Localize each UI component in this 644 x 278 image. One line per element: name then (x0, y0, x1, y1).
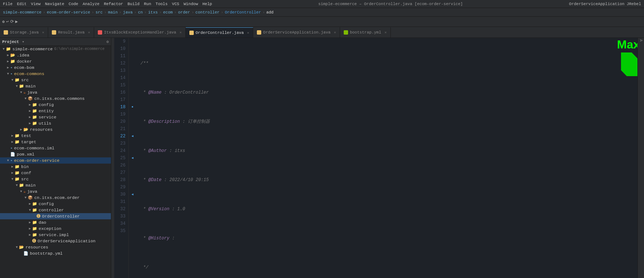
breadcrumb-link[interactable]: main (108, 10, 117, 15)
tab-app[interactable]: OrderServiceApplication.java ✕ (253, 27, 340, 38)
tab-controller-close[interactable]: ✕ (247, 31, 249, 35)
sidebar-item-service-impl[interactable]: ▶ 📁 service.impl (0, 232, 111, 238)
sidebar-item-test[interactable]: ▶ 📁 test (0, 133, 111, 139)
menu-run[interactable]: Run (144, 2, 151, 6)
breadcrumb-link[interactable]: simple-ecommerce (3, 10, 42, 15)
tab-result-close[interactable]: ✕ (88, 30, 90, 35)
menu-tools[interactable]: Tools (155, 2, 167, 6)
menu-analyze[interactable]: Analyze (82, 2, 99, 6)
controller-order-arrow-icon: ▼ (28, 208, 32, 212)
menu-help[interactable]: Help (203, 2, 212, 6)
project-toggle[interactable]: ⚙ (2, 19, 5, 24)
tab-exception-close[interactable]: ✕ (180, 30, 182, 35)
sidebar-item-docker[interactable]: ▶ 📁 docker (0, 58, 111, 64)
entity-arrow-icon: ▶ (28, 109, 32, 113)
sidebar-item-ecom-commons-iml[interactable]: ▶ ▪ ecom-commons.iml (0, 145, 111, 151)
sidebar-item-controller-order[interactable]: ▼ 📁 controller (0, 207, 111, 213)
menu-window[interactable]: Window (184, 2, 198, 6)
project-dropdown-icon[interactable]: ▾ (22, 39, 24, 44)
breadcrumb-link[interactable]: order (178, 10, 190, 15)
breadcrumb-link[interactable]: controller (196, 10, 220, 15)
code-line-12: * @Author : itxs (140, 147, 637, 154)
menu-refactor[interactable]: Refactor (104, 2, 123, 6)
menu-build[interactable]: Build (127, 2, 139, 6)
sidebar-item-bootstrap[interactable]: ▶ 📄 bootstrap.yml (0, 250, 111, 257)
sidebar-item-resources-order[interactable]: ▼ 📂 resources (0, 244, 111, 250)
toolbar-icon-2[interactable]: ⟳ (10, 19, 14, 24)
menu-edit[interactable]: Edit (17, 2, 26, 6)
test-arrow-icon: ▶ (10, 134, 15, 138)
tab-exception[interactable]: ItxsBlockExceptionHandler.java ✕ (94, 27, 186, 38)
sidebar-item-cn-commons[interactable]: ▼ 📦 cn.itxs.ecom.commons (0, 95, 111, 102)
sidebar-item-resources-commons[interactable]: ▶ 📂 resources (0, 126, 111, 133)
tab-bootstrap-close[interactable]: ✕ (385, 30, 387, 35)
sidebar-item-main-order[interactable]: ▼ 📁 main (0, 182, 111, 188)
conf-folder-icon: 📁 (15, 171, 20, 175)
sidebar-item-config-order[interactable]: ▶ 📁 config (0, 201, 111, 207)
tab-result[interactable]: Result.java ✕ (48, 27, 94, 38)
sidebar-item-java-commons[interactable]: ▼ ☕ java (0, 89, 111, 95)
sidebar-item-bin[interactable]: ▶ 📁 bin (0, 164, 111, 170)
breadcrumb-link[interactable]: cn (138, 10, 143, 15)
right-sidebar: A (637, 38, 644, 278)
sidebar-item-main-commons[interactable]: ▼ 📁 main (0, 83, 111, 89)
sidebar-item-target[interactable]: ▶ 📁 target (0, 139, 111, 145)
resources-label: resources (30, 127, 53, 132)
sidebar-item-dao[interactable]: ▶ 📁 dao (0, 219, 111, 226)
storage-file-icon (4, 30, 8, 35)
sidebar-item-src-commons[interactable]: ▼ 📁 src (0, 77, 111, 83)
tab-controller[interactable]: OrderController.java ✕ (186, 27, 253, 38)
breadcrumb-link[interactable]: OrderController (225, 10, 261, 15)
cn-order-arrow-icon: ▼ (23, 196, 28, 200)
sidebar-gear-icon[interactable]: ⚙ (106, 39, 109, 44)
root-folder-icon: 📁 (6, 47, 11, 51)
toolbar-icon-1[interactable]: ↩ (6, 19, 9, 24)
menu-code[interactable]: Code (69, 2, 78, 6)
sidebar-item-ecom-order-service[interactable]: ▼ ▪ ecom-order-service (0, 157, 111, 164)
menu-vcs[interactable]: VCS (172, 2, 179, 6)
editor-area[interactable]: 9 10 11 12 13 14 15 16 17 18 19 20 21 22… (111, 38, 637, 278)
tab-app-close[interactable]: ✕ (334, 30, 336, 35)
breadcrumb-link[interactable]: src (96, 10, 103, 15)
sidebar-item-src-order[interactable]: ▼ 📁 src (0, 176, 111, 182)
breadcrumb-link[interactable]: java (123, 10, 132, 15)
sidebar-item-order-service-app[interactable]: ▶ 🅒 OrderServiceApplication (0, 238, 111, 244)
sidebar-item-java-order[interactable]: ▼ ☕ java (0, 188, 111, 195)
tab-storage-close[interactable]: ✕ (42, 30, 44, 35)
target-arrow-icon: ▶ (10, 140, 15, 144)
breadcrumb-link[interactable]: ecom-order-service (47, 10, 90, 15)
sidebar-item-root[interactable]: ▼ 📁 simple-ecommerce G:\dev\simple-ecomm… (0, 46, 111, 52)
sidebar-item-service[interactable]: ▶ 📁 service (0, 114, 111, 120)
sidebar-item-config[interactable]: ▶ 📁 config (0, 102, 111, 108)
menu-view[interactable]: View (31, 2, 41, 6)
sidebar-item-order-controller[interactable]: ▶ 🅒 OrderController (0, 213, 111, 219)
sidebar-item-exception-order[interactable]: ▶ 📁 exception (0, 226, 111, 232)
sidebar-item-cn-order[interactable]: ▼ 📦 cn.itxs.ecom.order (0, 195, 111, 201)
toolbar-icon-3[interactable]: ▶ (15, 19, 18, 24)
menu-file[interactable]: File (3, 2, 12, 6)
breadcrumb-link[interactable]: itxs (148, 10, 158, 15)
tab-storage[interactable]: Storage.java ✕ (0, 27, 48, 38)
sidebar-item-idea[interactable]: ▶ 📂 .idea (0, 52, 111, 58)
menu-bar[interactable]: File Edit View Navigate Code Analyze Ref… (3, 2, 212, 6)
sidebar-collapse-icon[interactable]: A (639, 39, 643, 42)
sidebar-item-ecom-commons[interactable]: ▼ ▪ ecom-commons (0, 71, 111, 77)
exception-order-folder-icon: 📁 (32, 226, 37, 231)
sidebar-item-entity[interactable]: ▶ 📁 entity (0, 108, 111, 114)
code-container[interactable]: 9 10 11 12 13 14 15 16 17 18 19 20 21 22… (111, 38, 637, 278)
menu-navigate[interactable]: Navigate (45, 2, 64, 6)
bootstrap-yml-icon: 📄 (23, 251, 28, 256)
sidebar-item-ecom-bom[interactable]: ▶ ▪ ecom-bom (0, 64, 111, 71)
sidebar-item-conf[interactable]: ▶ 📁 conf (0, 170, 111, 176)
utils-arrow-icon: ▶ (28, 121, 32, 125)
sidebar-item-pom[interactable]: ▶ 📄 pom.xml (0, 151, 111, 157)
breadcrumb-link[interactable]: ecom (163, 10, 173, 15)
service-arrow-icon: ▶ (28, 115, 32, 119)
sidebar-item-utils[interactable]: ▶ 📁 utils (0, 120, 111, 126)
tab-bootstrap[interactable]: bootstrap.yml ✕ (340, 27, 391, 38)
resources-order-icon: 📂 (19, 245, 24, 250)
ecom-bom-icon: ▪ (10, 66, 13, 70)
code-editor[interactable]: /** * @Name : OrderController * @Descrip… (136, 38, 637, 278)
code-line-15: * @History : (140, 235, 637, 242)
dao-arrow-icon: ▶ (28, 220, 32, 224)
